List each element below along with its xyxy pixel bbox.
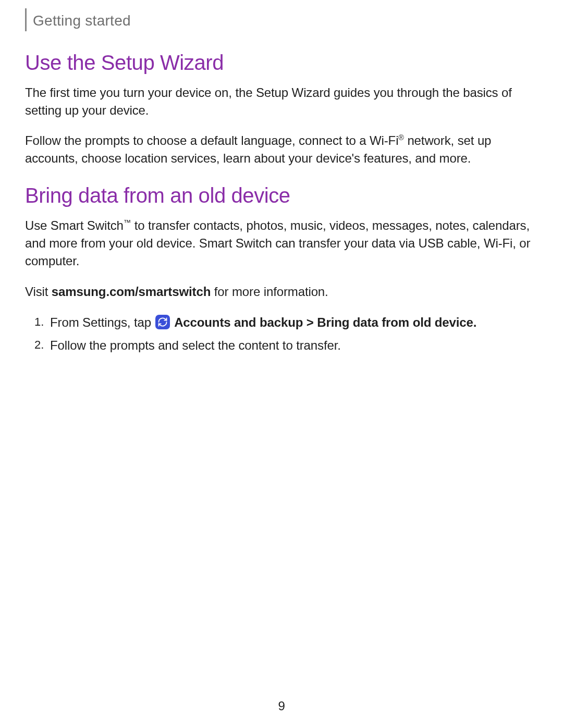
trademark-mark: ™ <box>124 218 131 227</box>
text-fragment: for more information. <box>211 285 328 299</box>
section-label: Getting started <box>33 13 131 29</box>
step-1: From Settings, tap Accounts and backup >… <box>50 313 533 332</box>
document-page: Getting started Use the Setup Wizard The… <box>0 0 563 728</box>
heading-setup-wizard: Use the Setup Wizard <box>25 51 533 75</box>
text-fragment: From Settings, tap <box>50 315 154 329</box>
paragraph-setup-intro: The first time you turn your device on, … <box>25 84 533 119</box>
sync-icon <box>155 315 170 329</box>
text-fragment: Follow the prompts to choose a default l… <box>25 133 398 147</box>
paragraph-smartswitch-intro: Use Smart Switch™ to transfer contacts, … <box>25 217 533 270</box>
registered-mark: ® <box>398 133 403 142</box>
paragraph-visit-link: Visit samsung.com/smartswitch for more i… <box>25 283 533 301</box>
steps-list: From Settings, tap Accounts and backup >… <box>25 313 533 355</box>
smartswitch-link-text: samsung.com/smartswitch <box>52 285 211 299</box>
text-fragment: Use Smart Switch <box>25 218 124 232</box>
paragraph-setup-prompts: Follow the prompts to choose a default l… <box>25 132 533 167</box>
section-bring-data: Bring data from an old device Use Smart … <box>25 184 533 354</box>
page-number: 9 <box>0 699 563 713</box>
header-rule <box>25 8 27 31</box>
text-fragment: Visit <box>25 285 52 299</box>
step-1-bold-path: Accounts and backup > Bring data from ol… <box>171 315 476 329</box>
step-2: Follow the prompts and select the conten… <box>50 336 533 355</box>
page-header: Getting started <box>25 13 533 31</box>
heading-bring-data: Bring data from an old device <box>25 184 533 207</box>
